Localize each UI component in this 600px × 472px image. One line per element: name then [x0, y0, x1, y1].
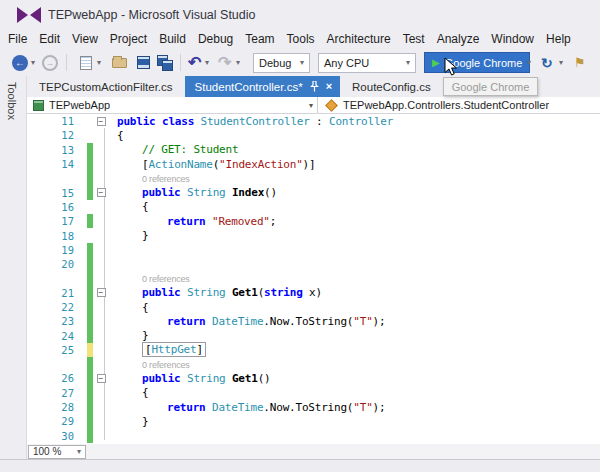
- codelens-references[interactable]: 0 references: [109, 358, 190, 371]
- horizontal-scrollbar[interactable]: [86, 444, 600, 459]
- collapse-region-icon[interactable]: −: [97, 188, 106, 197]
- chevron-down-icon: ▾: [77, 447, 81, 456]
- navigate-back-dropdown-icon[interactable]: ▾: [31, 58, 35, 67]
- codelens-row[interactable]: 0 references: [27, 271, 600, 285]
- collapse-region-icon[interactable]: −: [97, 117, 106, 126]
- code-line[interactable]: 26−public String Get1(): [27, 371, 600, 385]
- redo-icon[interactable]: ↷: [218, 55, 231, 71]
- new-file-dropdown-icon[interactable]: ▾: [97, 58, 101, 67]
- code-line[interactable]: 14[ActionName("IndexAction")]: [27, 157, 600, 171]
- code-line[interactable]: 29}: [27, 414, 600, 428]
- refresh-dropdown-icon[interactable]: ▾: [559, 58, 563, 67]
- line-number: 28: [27, 401, 87, 413]
- codelens-row[interactable]: 0 references: [27, 357, 600, 371]
- project-dropdown[interactable]: TEPwebApp ▾: [27, 97, 318, 113]
- type-dropdown[interactable]: TEPwebApp.Controllers.StudentController: [318, 97, 600, 113]
- code-text: {: [109, 386, 148, 399]
- editor-zoom-dropdown[interactable]: 100 % ▾: [28, 445, 86, 459]
- code-line[interactable]: 17return "Removed";: [27, 214, 600, 228]
- open-file-icon[interactable]: [112, 58, 127, 68]
- menu-project[interactable]: Project: [104, 30, 153, 49]
- menu-debug[interactable]: Debug: [192, 30, 239, 49]
- menu-edit[interactable]: Edit: [33, 30, 66, 49]
- code-line[interactable]: 27{: [27, 386, 600, 400]
- code-line[interactable]: 19: [27, 243, 600, 257]
- codelens-references[interactable]: 0 references: [109, 172, 190, 185]
- codelens-references[interactable]: 0 references: [109, 272, 190, 285]
- bottom-panel-edge: [0, 459, 600, 472]
- code-text: public String Get1(): [109, 372, 271, 385]
- code-line[interactable]: 25[HttpGet]: [27, 343, 600, 357]
- folding-column: −: [93, 374, 109, 383]
- menu-tools[interactable]: Tools: [281, 30, 321, 49]
- start-debugging-button[interactable]: ▶ Google Chrome: [424, 52, 530, 73]
- code-line[interactable]: 16{: [27, 200, 600, 214]
- navigate-back-icon[interactable]: ←: [12, 55, 28, 71]
- save-all-icon[interactable]: [157, 55, 174, 71]
- tab-routeconfig[interactable]: RouteConfig.cs: [340, 76, 443, 97]
- line-number: 18: [27, 230, 87, 242]
- line-number: 12: [27, 129, 87, 141]
- code-line[interactable]: 18}: [27, 228, 600, 242]
- tab-label: RouteConfig.cs: [352, 81, 431, 93]
- refresh-icon[interactable]: ↻: [541, 56, 553, 70]
- code-text: {: [109, 301, 148, 314]
- save-icon[interactable]: [137, 56, 150, 69]
- menu-architecture[interactable]: Architecture: [321, 30, 397, 49]
- change-tracking-column: [87, 200, 93, 214]
- code-line[interactable]: 22{: [27, 300, 600, 314]
- new-file-icon[interactable]: [80, 56, 92, 70]
- change-tracking-bar: [87, 357, 93, 371]
- tab-studentcontroller[interactable]: StudentController.cs* ×: [185, 76, 340, 97]
- code-line[interactable]: 21−public String Get1(string x): [27, 286, 600, 300]
- code-line[interactable]: 15−public String Index(): [27, 185, 600, 199]
- start-debugging-dropdown-icon[interactable]: ▾: [527, 58, 531, 67]
- tab-label: TEPCustomActionFilter.cs: [39, 81, 173, 93]
- codelens-row[interactable]: 0 references: [27, 171, 600, 185]
- feedback-flag-icon[interactable]: ⚑: [574, 56, 586, 69]
- change-tracking-bar: [87, 414, 93, 428]
- csharp-project-icon: [33, 100, 44, 111]
- menu-analyze[interactable]: Analyze: [431, 30, 486, 49]
- redo-dropdown-icon[interactable]: ▾: [236, 58, 240, 67]
- menu-view[interactable]: View: [66, 30, 104, 49]
- code-line[interactable]: 24}: [27, 328, 600, 342]
- navigate-forward-icon[interactable]: →: [42, 55, 58, 71]
- code-line[interactable]: 13// GET: Student: [27, 143, 600, 157]
- change-tracking-column: [87, 228, 93, 242]
- code-text: public class StudentController : Control…: [109, 115, 393, 128]
- menu-window[interactable]: Window: [485, 30, 540, 49]
- solution-configuration-dropdown[interactable]: Debug▾: [253, 53, 310, 73]
- code-line[interactable]: 28return DateTime.Now.ToString("T");: [27, 400, 600, 414]
- title-bar: TEPwebApp - Microsoft Visual Studio: [0, 0, 600, 30]
- code-line[interactable]: 20: [27, 257, 600, 271]
- menu-test[interactable]: Test: [397, 30, 431, 49]
- code-line[interactable]: 11−public class StudentController : Cont…: [27, 114, 600, 128]
- code-text: {: [109, 200, 148, 213]
- menu-help[interactable]: Help: [540, 30, 577, 49]
- code-line[interactable]: 12{: [27, 128, 600, 142]
- code-editor[interactable]: 11−public class StudentController : Cont…: [27, 114, 600, 444]
- undo-icon[interactable]: ↶: [188, 55, 201, 71]
- code-text: [HttpGet]: [109, 343, 206, 356]
- toolbox-tab[interactable]: Toolbox: [6, 82, 18, 120]
- tab-tepcustomactionfilter[interactable]: TEPCustomActionFilter.cs: [27, 76, 185, 97]
- solution-platform-dropdown[interactable]: Any CPU▾: [318, 53, 416, 73]
- collapse-region-icon[interactable]: −: [97, 374, 106, 383]
- undo-dropdown-icon[interactable]: ▾: [205, 58, 209, 67]
- pin-icon[interactable]: [310, 81, 319, 92]
- folding-column: −: [93, 288, 109, 297]
- change-tracking-bar: [87, 214, 93, 228]
- code-line[interactable]: 23return DateTime.Now.ToString("T");: [27, 314, 600, 328]
- menu-file[interactable]: File: [2, 30, 33, 49]
- menu-team[interactable]: Team: [239, 30, 280, 49]
- line-number: 17: [27, 215, 87, 227]
- code-text: public String Index(): [109, 186, 277, 199]
- collapse-region-icon[interactable]: −: [97, 288, 106, 297]
- menu-build[interactable]: Build: [153, 30, 192, 49]
- code-text: {: [109, 129, 123, 142]
- code-line[interactable]: 30: [27, 429, 600, 443]
- tab-label: StudentController.cs*: [195, 81, 303, 93]
- close-icon[interactable]: ×: [326, 81, 332, 92]
- code-text: }: [109, 229, 148, 242]
